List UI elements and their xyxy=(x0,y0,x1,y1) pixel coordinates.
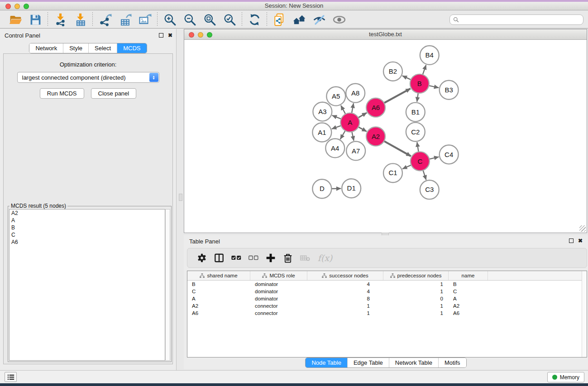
close-panel-button[interactable]: Close panel xyxy=(91,88,137,99)
network-close-icon[interactable] xyxy=(189,32,194,38)
close-table-panel-icon[interactable]: ✖ xyxy=(578,238,583,243)
column-header-shared-name[interactable]: shared name xyxy=(187,271,250,280)
cell-predecessor-nodes: 1 xyxy=(383,302,449,310)
export-image-icon[interactable] xyxy=(135,11,155,28)
graph-node-C3[interactable]: C3 xyxy=(420,180,439,199)
tab-select[interactable]: Select xyxy=(88,43,117,53)
graph-node-B2[interactable]: B2 xyxy=(383,62,402,81)
zoom-out-icon[interactable] xyxy=(180,11,200,28)
select-all-icon[interactable] xyxy=(229,251,244,265)
show-columns-icon[interactable] xyxy=(212,251,226,265)
table-row[interactable]: Cdominator41C xyxy=(187,288,587,295)
network-zoom-icon[interactable] xyxy=(207,32,212,38)
import-table-icon[interactable] xyxy=(70,11,90,28)
network-canvas-svg: B4B2BB3A5A8A6A3B1AA1C2A2A4A7C4CC1C3DD1 xyxy=(184,40,587,233)
tab-edge-table[interactable]: Edge Table xyxy=(347,358,389,367)
status-bar: Memory xyxy=(0,370,588,383)
import-network-icon[interactable] xyxy=(50,11,70,28)
svg-text:B4: B4 xyxy=(425,51,434,59)
app-window: Session: New Session Control Panel ✖ Net… xyxy=(0,0,588,386)
app-titlebar[interactable]: Session: New Session xyxy=(0,2,588,10)
graph-node-C[interactable]: C xyxy=(411,152,430,171)
table-row[interactable]: Adominator80A xyxy=(187,295,587,302)
task-history-button[interactable] xyxy=(5,372,17,382)
add-row-icon[interactable] xyxy=(263,251,278,265)
tab-motifs[interactable]: Motifs xyxy=(438,358,466,367)
table-panel-title: Table Panel xyxy=(189,238,220,245)
memory-button[interactable]: Memory xyxy=(547,372,584,382)
graph-node-A5[interactable]: A5 xyxy=(326,87,345,106)
graph-node-A4[interactable]: A4 xyxy=(325,138,344,157)
tab-network[interactable]: Network xyxy=(29,43,63,53)
column-header-mcds-role[interactable]: MCDS role xyxy=(250,271,307,280)
column-header-successor-nodes[interactable]: successor nodes xyxy=(307,271,383,280)
vertical-splitter-handle[interactable] xyxy=(179,194,182,201)
result-item-a6[interactable]: A6 xyxy=(10,238,165,246)
clipboard-network-icon[interactable] xyxy=(269,11,289,28)
graph-node-D1[interactable]: D1 xyxy=(342,179,361,198)
graph-node-A[interactable]: A xyxy=(340,113,359,132)
zoom-window-icon[interactable] xyxy=(24,4,29,9)
minimize-window-icon[interactable] xyxy=(14,4,20,9)
table-row[interactable]: A6connector11A6 xyxy=(187,310,587,317)
home-icon[interactable] xyxy=(289,11,309,28)
graph-node-A1[interactable]: A1 xyxy=(312,123,331,142)
optimization-dropdown[interactable]: largest connected component (directed) ▲… xyxy=(17,72,159,83)
desktop-strip-bottom xyxy=(0,383,588,386)
delete-row-icon[interactable] xyxy=(281,251,295,265)
network-minimize-icon[interactable] xyxy=(198,32,203,38)
result-scrollbar[interactable] xyxy=(165,209,170,361)
svg-text:C: C xyxy=(417,157,422,165)
float-panel-icon[interactable] xyxy=(159,33,163,38)
network-window-titlebar[interactable]: testGlobe.txt xyxy=(184,29,587,40)
show-details-icon[interactable] xyxy=(329,11,349,28)
export-table-icon[interactable] xyxy=(115,11,135,28)
graph-node-A3[interactable]: A3 xyxy=(313,102,332,121)
graph-node-A7[interactable]: A7 xyxy=(346,141,365,160)
result-item-c[interactable]: C xyxy=(10,231,165,238)
settings-icon[interactable] xyxy=(195,251,209,265)
network-canvas[interactable]: B4B2BB3A5A8A6A3B1AA1C2A2A4A7C4CC1C3DD1 xyxy=(184,40,587,233)
search-input[interactable] xyxy=(459,15,583,24)
graph-node-B1[interactable]: B1 xyxy=(406,103,425,122)
control-panel-title: Control Panel xyxy=(5,32,40,39)
graph-node-C4[interactable]: C4 xyxy=(440,145,459,164)
tab-network-table[interactable]: Network Table xyxy=(389,358,438,367)
hide-details-icon[interactable] xyxy=(309,11,329,28)
deselect-all-icon[interactable] xyxy=(246,251,261,265)
zoom-fit-icon[interactable] xyxy=(200,11,220,28)
graph-node-B3[interactable]: B3 xyxy=(440,81,459,100)
search-box[interactable] xyxy=(449,14,583,25)
zoom-in-icon[interactable] xyxy=(160,11,180,28)
result-item-a2[interactable]: A2 xyxy=(10,210,165,217)
graph-node-A2[interactable]: A2 xyxy=(366,127,385,146)
graph-node-C1[interactable]: C1 xyxy=(383,163,402,182)
tab-node-table[interactable]: Node Table xyxy=(306,358,347,367)
graph-node-D[interactable]: D xyxy=(312,179,331,198)
column-header-name[interactable]: name xyxy=(449,271,488,280)
save-session-icon[interactable] xyxy=(25,11,45,28)
result-item-a[interactable]: A xyxy=(10,217,165,224)
zoom-selected-icon[interactable] xyxy=(220,11,239,28)
resize-grip[interactable] xyxy=(579,225,586,232)
close-panel-icon[interactable]: ✖ xyxy=(168,33,172,38)
graph-node-A8[interactable]: A8 xyxy=(346,84,365,103)
column-header-predecessor-nodes[interactable]: predecessor nodes xyxy=(383,271,449,280)
table-row[interactable]: Bdominator41B xyxy=(187,281,587,288)
float-table-panel-icon[interactable] xyxy=(569,238,574,243)
graph-node-C2[interactable]: C2 xyxy=(406,123,425,142)
open-file-icon[interactable] xyxy=(5,11,25,28)
mcds-result-list[interactable]: A2ABCA6 xyxy=(9,209,165,361)
close-window-icon[interactable] xyxy=(5,4,11,9)
graph-node-A6[interactable]: A6 xyxy=(366,98,385,117)
tab-style[interactable]: Style xyxy=(63,43,88,53)
run-mcds-button[interactable]: Run MCDS xyxy=(40,88,84,99)
table-row[interactable]: A2connector11A2 xyxy=(187,302,587,310)
graph-node-B[interactable]: B xyxy=(410,74,429,93)
result-item-b[interactable]: B xyxy=(10,224,165,231)
graph-node-B4[interactable]: B4 xyxy=(420,46,439,65)
refresh-icon[interactable] xyxy=(244,11,264,28)
export-network-icon[interactable] xyxy=(95,11,115,28)
table-scrollbar[interactable] xyxy=(582,271,587,357)
tab-mcds[interactable]: MCDS xyxy=(117,43,146,53)
